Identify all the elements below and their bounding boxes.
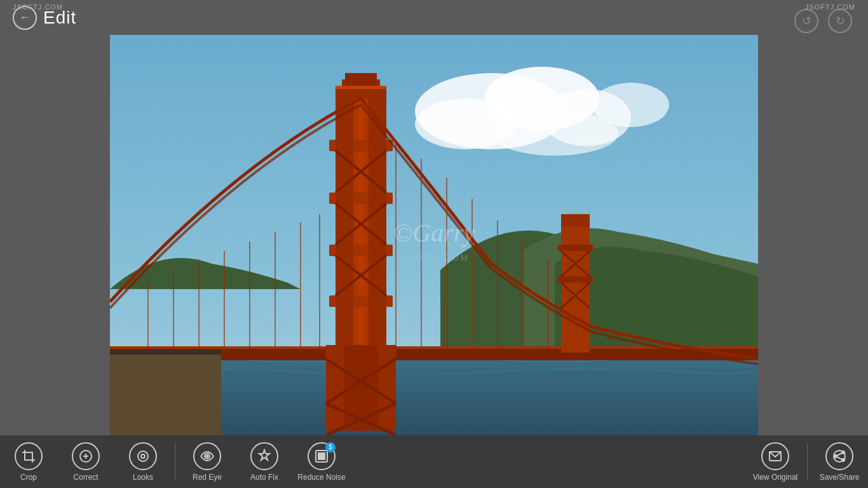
looks-icon	[129, 442, 157, 470]
save-share-tool[interactable]: Save/Share	[811, 435, 868, 488]
correct-label: Correct	[73, 473, 98, 482]
red-eye-label: Red Eye	[193, 473, 222, 482]
looks-label: Looks	[133, 473, 153, 482]
svg-point-6	[491, 111, 618, 156]
divider-2	[807, 443, 808, 481]
view-original-tool[interactable]: View Original	[747, 435, 804, 488]
toolbar-right-section: View Original Save/Share	[747, 435, 868, 488]
crop-icon	[15, 442, 43, 470]
image-area: ©Garry JSOFTJ.COM	[0, 35, 868, 435]
crop-label: Crop	[20, 473, 37, 482]
header: JSOFTJ.COM ← Edit ↺ ↻ JSOFTJ.COM	[0, 0, 868, 35]
save-share-label: Save/Share	[820, 473, 860, 482]
svg-rect-71	[322, 457, 325, 459]
scene-container: ©Garry JSOFTJ.COM	[110, 35, 758, 435]
svg-point-66	[207, 455, 208, 457]
svg-rect-52	[326, 345, 344, 431]
svg-rect-68	[318, 453, 321, 456]
svg-rect-30	[558, 276, 593, 283]
toolbar-left-section: Crop Correct Looks	[0, 435, 350, 488]
red-eye-icon	[193, 442, 221, 470]
auto-fix-icon	[250, 442, 278, 470]
correct-tool[interactable]: Correct	[57, 435, 114, 488]
watermark-right: JSOFTJ.COM	[805, 3, 855, 32]
svg-rect-19	[336, 86, 353, 349]
svg-rect-53	[378, 345, 396, 431]
svg-rect-10	[110, 349, 221, 435]
svg-rect-21	[336, 86, 386, 89]
view-original-icon	[761, 442, 789, 470]
reduce-noise-badge: $	[325, 442, 336, 452]
looks-tool[interactable]: Looks	[114, 435, 172, 488]
save-share-icon	[825, 442, 853, 470]
svg-rect-18	[345, 73, 377, 86]
svg-point-74	[842, 451, 844, 454]
svg-point-76	[842, 459, 844, 461]
bridge-scene: ©Garry JSOFTJ.COM	[110, 35, 758, 435]
reduce-noise-icon: $	[308, 442, 336, 470]
svg-text:©Garry: ©Garry	[393, 219, 475, 247]
svg-rect-11	[110, 349, 221, 355]
view-original-label: View Original	[753, 473, 797, 482]
svg-rect-31	[561, 214, 590, 227]
svg-rect-29	[558, 245, 593, 251]
watermark-left: JSOFTJ.COM	[13, 3, 63, 11]
red-eye-tool[interactable]: Red Eye	[179, 435, 236, 488]
svg-line-78	[837, 457, 842, 459]
auto-fix-tool[interactable]: Auto Fix	[236, 435, 293, 488]
crop-tool[interactable]: Crop	[0, 435, 57, 488]
auto-fix-label: Auto Fix	[250, 473, 278, 482]
svg-rect-69	[322, 453, 325, 456]
divider-1	[175, 443, 175, 481]
back-icon: ←	[19, 11, 31, 24]
correct-icon	[72, 442, 100, 470]
reduce-noise-tool[interactable]: $ Reduce Noise	[293, 435, 350, 488]
toolbar: Crop Correct Looks	[0, 435, 868, 488]
reduce-noise-label: Reduce Noise	[297, 473, 345, 482]
svg-rect-70	[318, 457, 321, 459]
svg-point-75	[834, 455, 837, 458]
svg-point-64	[141, 454, 145, 458]
svg-text:JSOFTJ.COM: JSOFTJ.COM	[398, 253, 470, 262]
svg-point-63	[138, 451, 148, 461]
svg-line-77	[837, 453, 842, 456]
